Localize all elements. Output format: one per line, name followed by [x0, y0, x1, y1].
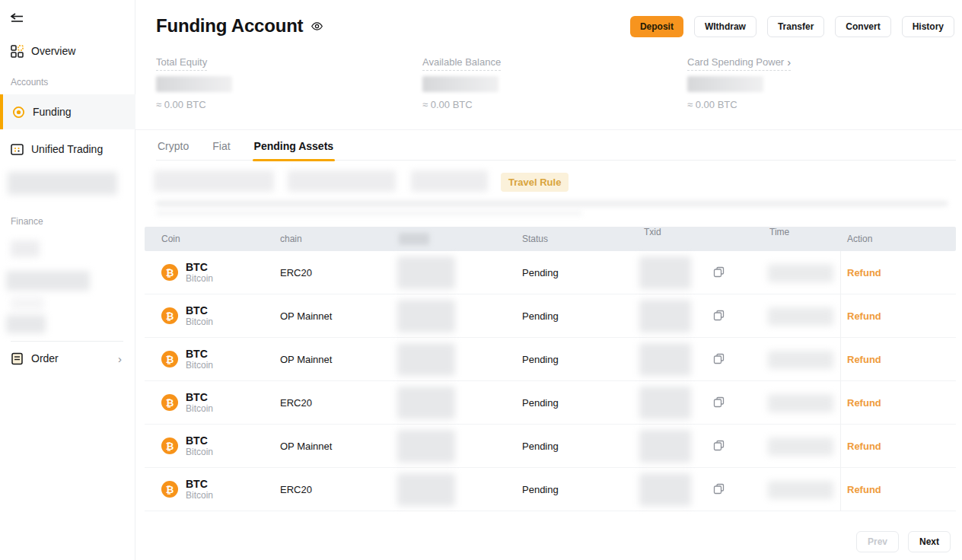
redacted-amount: [397, 473, 455, 506]
funding-target-icon: [12, 106, 25, 119]
redacted-filter-coin[interactable]: [154, 170, 274, 192]
main-content: Funding Account Deposit WIthdraw Transfe…: [135, 0, 962, 560]
table-row: ₿ BTC Bitcoin ERC20 Pending Refund: [145, 468, 956, 511]
redacted-sidebar-item: [8, 172, 117, 195]
bitcoin-coin-icon: ₿: [161, 394, 178, 411]
redacted-time: [768, 438, 833, 456]
copy-icon[interactable]: [713, 440, 725, 453]
asset-tabs: Crypto Fiat Pending Assets: [156, 138, 956, 161]
section-divider: [135, 129, 962, 130]
status-cell: Pending: [505, 354, 627, 365]
chevron-right-icon: ›: [118, 353, 122, 364]
coin-name: Bitcoin: [186, 273, 213, 285]
tab-pending-assets[interactable]: Pending Assets: [253, 138, 336, 160]
overview-grid-icon: [11, 45, 24, 58]
eye-icon[interactable]: [311, 20, 323, 33]
transfer-button[interactable]: Transfer: [767, 16, 824, 37]
sidebar-item-order[interactable]: Order ›: [0, 347, 135, 370]
copy-icon[interactable]: [713, 266, 725, 280]
redacted-filter-chain[interactable]: [288, 170, 396, 192]
sidebar-item-label: Order: [31, 352, 59, 364]
redacted-txid: [639, 256, 691, 289]
redacted-filter-status[interactable]: [411, 170, 488, 192]
collapse-sidebar-icon[interactable]: [10, 13, 25, 27]
col-status: Status: [505, 234, 627, 244]
next-page-button[interactable]: Next: [908, 531, 951, 552]
sidebar-item-label: Funding: [33, 106, 72, 118]
coin-name: Bitcoin: [186, 360, 213, 371]
redacted-txid: [639, 343, 691, 376]
tab-crypto[interactable]: Crypto: [156, 138, 190, 160]
tab-fiat[interactable]: Fiat: [211, 138, 231, 160]
copy-icon[interactable]: [713, 310, 725, 323]
table-row: ₿ BTC Bitcoin ERC20 Pending Refund: [145, 251, 956, 294]
chain-cell: OP Mainnet: [263, 310, 382, 322]
coin-symbol: BTC: [186, 434, 213, 447]
status-cell: Pending: [505, 441, 627, 452]
redacted-time: [768, 394, 833, 412]
coin-name: Bitcoin: [186, 490, 213, 501]
unified-trading-icon: [11, 143, 24, 156]
redacted-notice-line: [156, 211, 582, 215]
pending-assets-table: Coin chain Status Txid Time Action ₿ BTC…: [145, 227, 956, 511]
account-actions: Deposit WIthdraw Transfer Convert Histor…: [630, 16, 954, 37]
refund-link[interactable]: Refund: [847, 441, 881, 452]
history-button[interactable]: History: [902, 16, 954, 37]
chain-cell: ERC20: [263, 397, 382, 409]
coin-name: Bitcoin: [186, 403, 213, 415]
card-spending-power-block: Card Spending Power › ≈ 0.00 BTC: [687, 55, 938, 71]
coin-name: Bitcoin: [186, 447, 213, 458]
table-header: Coin chain Status Txid Time Action: [145, 227, 956, 251]
redacted-total-equity-value: [156, 76, 232, 92]
redacted-amount: [397, 430, 455, 463]
status-cell: Pending: [505, 310, 627, 322]
redacted-sidebar-item: [6, 315, 46, 333]
chain-cell: ERC20: [263, 267, 382, 278]
copy-icon[interactable]: [713, 396, 725, 410]
redacted-time: [768, 264, 833, 282]
coin-symbol: BTC: [186, 478, 213, 490]
table-row: ₿ BTC Bitcoin OP Mainnet Pending Refund: [145, 338, 956, 381]
convert-button[interactable]: Convert: [835, 16, 890, 37]
prev-page-button[interactable]: Prev: [856, 531, 899, 552]
status-cell: Pending: [505, 397, 627, 409]
table-row: ₿ BTC Bitcoin OP Mainnet Pending Refund: [145, 425, 956, 468]
refund-link[interactable]: Refund: [847, 354, 881, 365]
deposit-button[interactable]: Deposit: [630, 16, 683, 37]
redacted-time: [768, 351, 833, 369]
withdraw-button[interactable]: WIthdraw: [694, 16, 757, 37]
travel-rule-badge[interactable]: Travel Rule: [501, 173, 569, 192]
refund-link[interactable]: Refund: [847, 397, 881, 409]
available-balance-label: Available Balance: [422, 56, 501, 71]
redacted-amount: [397, 300, 455, 332]
coin-symbol: BTC: [186, 391, 213, 403]
refund-link[interactable]: Refund: [847, 267, 881, 278]
redacted-time: [768, 307, 833, 326]
chevron-right-icon: ›: [787, 56, 791, 68]
copy-icon[interactable]: [713, 483, 725, 497]
card-spending-power-label[interactable]: Card Spending Power ›: [687, 56, 791, 71]
total-equity-block: Total Equity ≈ 0.00 BTC: [156, 55, 407, 71]
bitcoin-coin-icon: ₿: [161, 438, 178, 454]
chain-cell: OP Mainnet: [263, 441, 382, 452]
table-row: ₿ BTC Bitcoin ERC20 Pending Refund: [145, 381, 956, 425]
redacted-sidebar-item: [11, 297, 44, 310]
redacted-column-header: [399, 233, 429, 245]
sidebar-item-unified-trading[interactable]: Unified Trading: [0, 138, 135, 161]
available-balance-btc: ≈ 0.00 BTC: [422, 99, 473, 110]
col-chain: chain: [263, 234, 382, 244]
redacted-notice-line: [156, 201, 948, 206]
redacted-sidebar-item: [6, 271, 90, 291]
refund-link[interactable]: Refund: [847, 310, 881, 322]
coin-symbol: BTC: [186, 348, 213, 360]
redacted-txid: [639, 430, 691, 463]
bitcoin-coin-icon: ₿: [161, 264, 178, 281]
redacted-sidebar-item: [11, 240, 40, 257]
sidebar-item-overview[interactable]: Overview: [0, 40, 135, 62]
redacted-txid: [639, 300, 691, 332]
copy-icon[interactable]: [713, 353, 725, 367]
coin-symbol: BTC: [186, 261, 213, 273]
sidebar-item-funding[interactable]: Funding: [0, 94, 135, 129]
refund-link[interactable]: Refund: [847, 484, 881, 495]
card-spending-power-text: Card Spending Power: [687, 56, 784, 68]
